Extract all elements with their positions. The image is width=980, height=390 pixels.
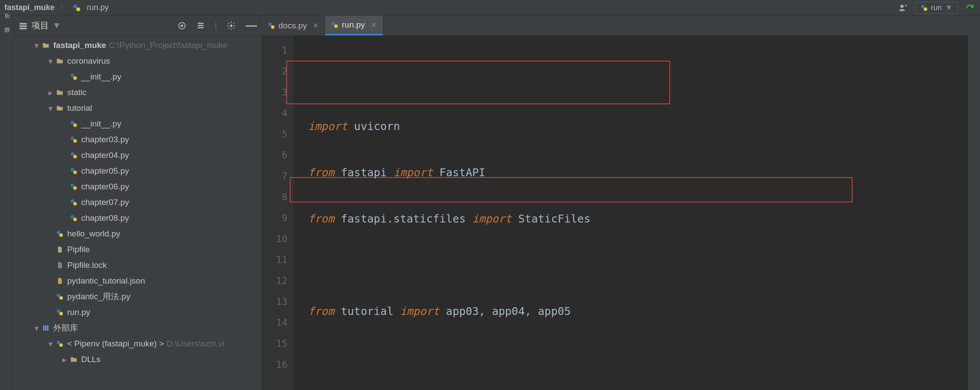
expand-all-icon[interactable] [196,21,205,30]
line-number[interactable]: 8 [262,187,288,208]
chevron-down-icon[interactable]: ▾ [32,323,41,333]
code-editor[interactable]: import uvicorn from fastapi import FastA… [304,36,968,390]
folder-icon [69,356,79,363]
svg-point-2 [900,4,903,7]
code-line[interactable]: from tutorial import app03, app04, app05 [308,301,968,322]
chevron-down-icon[interactable]: ▼ [52,21,61,31]
tree-file-chapter05[interactable]: chapter05.py [14,163,261,179]
tree-external-libs[interactable]: ▾ 外部库 [14,320,261,336]
tree-item-label: pydantic_用法.py [67,291,130,302]
user-add-icon[interactable]: ▾ [898,2,909,14]
line-number[interactable]: 1 [262,40,288,61]
close-icon[interactable]: ✕ [371,21,377,29]
tree-file-tutorial-init[interactable]: __init__.py [14,116,261,132]
tree-folder-dlls[interactable]: ▸ DLLs [14,352,261,367]
chevron-down-icon[interactable]: ▾ [32,41,41,51]
minimize-icon[interactable]: — [246,19,257,32]
tab-docs[interactable]: docs.py ✕ [262,16,325,35]
code-line[interactable] [308,255,968,276]
breadcrumb-file[interactable]: run.py [87,3,109,12]
breadcrumb-root[interactable]: fastapi_muke [4,3,55,12]
project-tree[interactable]: ▾ fastapi_muke C:\Python_Project\fastapi… [14,36,261,390]
tree-item-label: static [67,88,86,97]
tree-file-hello[interactable]: hello_world.py [14,226,261,242]
tree-file-chapter03[interactable]: chapter03.py [14,132,261,147]
tree-item-label: pydantic_tutorial.json [67,276,145,286]
python-file-icon [69,152,79,159]
chevron-right-icon[interactable]: ▸ [46,88,55,98]
rerun-icon[interactable] [964,2,976,14]
tree-folder-coronavirus[interactable]: ▾ coronavirus [14,53,261,69]
svg-point-28 [73,202,77,205]
tool-window-project-bars-icon[interactable]: 项 [3,22,11,23]
project-toolbar: 项目 ▼ | — [14,16,261,36]
gear-icon[interactable] [226,21,236,31]
project-panel: 项目 ▼ | — ▾ fastapi_muke [14,16,262,390]
svg-rect-38 [45,325,47,331]
line-number[interactable]: 12 [262,270,288,291]
chevron-down-icon[interactable]: ▾ [46,56,55,66]
project-view-icon [18,21,28,31]
code-line[interactable]: from fastapi.staticfiles import StaticFi… [308,209,968,229]
tree-folder-tutorial[interactable]: ▾ tutorial [14,100,261,116]
line-number[interactable]: 2 [262,61,288,82]
code-line[interactable] [308,347,968,368]
navigation-bar: fastapi_muke 〉 run.py ▾ run ▼ [0,0,980,16]
line-number[interactable]: 11 [262,250,288,270]
line-number[interactable]: 16 [262,354,288,375]
tree-file-pipfile-lock[interactable]: Pipfile.lock [14,257,261,273]
python-file-icon [55,230,65,237]
locate-icon[interactable] [177,21,187,31]
tree-root[interactable]: ▾ fastapi_muke C:\Python_Project\fastapi… [14,38,261,53]
svg-rect-13 [198,27,204,28]
line-number[interactable]: 4 [262,103,288,124]
tree-file-chapter08[interactable]: chapter08.py [14,210,261,226]
line-number[interactable]: 9 [262,208,288,229]
chevron-right-icon[interactable]: ▸ [60,355,69,365]
tree-file-run[interactable]: run.py [14,304,261,320]
tree-item-label: < Pipenv (fastapi_muke) > [67,339,164,349]
line-number[interactable]: 15 [262,333,288,354]
line-number[interactable]: 3 [262,82,288,103]
tree-item-label: __init__.py [81,119,121,129]
svg-point-19 [71,137,74,140]
line-number[interactable]: 10 [262,229,288,250]
run-config-selector[interactable]: run ▼ [915,2,958,14]
tree-folder-static[interactable]: ▸ static [14,85,261,100]
project-title[interactable]: 项目 [31,20,49,31]
tree-item-label: chapter08.py [81,213,129,223]
line-number[interactable]: 14 [262,312,288,333]
tree-item-path: D:\Users\xzh\.vi [167,339,225,349]
line-number[interactable]: 7 [262,166,288,187]
tree-file-pydantic-json[interactable]: pydantic_tutorial.json [14,273,261,289]
tree-file-chapter06[interactable]: chapter06.py [14,179,261,195]
python-file-icon [69,199,79,206]
line-number[interactable]: 13 [262,291,288,312]
code-line[interactable]: import uvicorn [308,116,968,137]
svg-point-41 [59,343,63,347]
svg-point-18 [73,123,77,127]
line-number[interactable]: 6 [262,145,288,166]
tree-file-pipfile[interactable]: Pipfile [14,242,261,257]
tree-file-chapter04[interactable]: chapter04.py [14,147,261,163]
tree-file-pydantic-usage[interactable]: pydantic_用法.py [14,289,261,304]
left-tool-stripe: 项 ▤ [0,16,14,390]
tree-file-chapter07[interactable]: chapter07.py [14,195,261,210]
code-line[interactable]: from fastapi import FastAPI [308,162,968,183]
tree-pipenv[interactable]: ▾ < Pipenv (fastapi_muke) > D:\Users\xzh… [14,336,261,352]
close-icon[interactable]: ✕ [313,21,319,30]
line-number[interactable]: 5 [262,124,288,145]
svg-point-43 [271,25,274,29]
svg-point-4 [921,5,925,8]
line-number-gutter[interactable]: 1 2 3 4 5 6 7 8 9 10 11 12 13 14 15 16 [262,36,293,390]
fold-stripe[interactable] [293,36,304,390]
chevron-down-icon[interactable]: ▾ [46,103,55,113]
tree-file-coronavirus-init[interactable]: __init__.py [14,69,261,85]
tab-run[interactable]: run.py ✕ [325,16,383,35]
svg-point-25 [71,184,74,187]
tree-item-label: Pipfile [67,245,90,254]
folder-icon[interactable]: ▤ [4,26,10,33]
chevron-down-icon[interactable]: ▾ [46,339,55,349]
navbar-right-controls: ▾ run ▼ [898,2,976,14]
svg-point-21 [71,152,74,156]
